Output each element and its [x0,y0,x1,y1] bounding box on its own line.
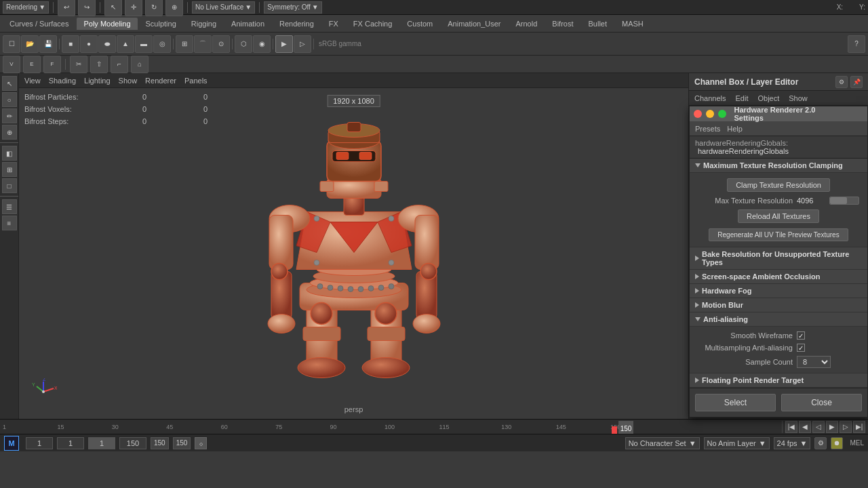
paint-btn[interactable]: ✏ [2,108,17,123]
smooth-btn[interactable]: ◉ [253,35,271,53]
hw-section-aa[interactable]: Anti-aliasing [690,312,867,327]
clamp-texture-btn[interactable]: Clamp Texture Resolution [727,178,830,192]
frame-field-3[interactable]: 1 [88,437,115,449]
face-mode-btn[interactable]: F [43,56,61,73]
select-tool[interactable]: ↖ [104,0,122,16]
snap-point-btn[interactable]: ⊙ [212,35,230,53]
snap-grid-btn[interactable]: ⊞ [176,35,193,53]
range-end-field[interactable]: 150 [119,437,146,449]
help-btn[interactable]: ? [848,35,865,53]
save-scene-btn[interactable]: 💾 [39,35,57,53]
sample-count-select[interactable]: 8 4 16 [797,356,831,368]
step-back-btn[interactable]: ◀ [799,421,811,433]
lasso-btn[interactable]: ○ [2,92,17,107]
hw-select-btn[interactable]: Select [695,394,776,411]
tab-mash[interactable]: MASH [615,18,650,30]
plane-btn[interactable]: ▬ [135,35,153,53]
hw-section-bake-res[interactable]: Bake Resolution for Unsupported Texture … [690,247,867,270]
tab-animation-user[interactable]: Animation_User [441,18,507,30]
tab-custom[interactable]: Custom [400,18,439,30]
hw-section-fp-render[interactable]: Floating Point Render Target [690,373,867,388]
select-mode-btn[interactable]: ↖ [2,76,17,91]
hw-section-motion-blur[interactable]: Motion Blur [690,298,867,312]
undo-btn[interactable]: ↩ [58,0,75,16]
frame-field-2[interactable]: 1 [57,437,84,449]
tab-curves-surfaces[interactable]: Curves / Surfaces [3,18,75,30]
timeline-numbers[interactable]: 1 15 30 45 60 75 90 100 115 130 145 150 … [3,420,782,434]
tab-poly-modeling[interactable]: Poly Modeling [77,18,137,30]
max-texture-res-slider[interactable] [829,197,859,205]
symmetry-menu[interactable]: Symmetry: Off ▼ [264,1,322,14]
tab-animation[interactable]: Animation [224,18,271,30]
play-fwd-btn[interactable]: ▶ [826,421,838,433]
bridge-btn[interactable]: ⌂ [131,56,149,73]
snap-view-btn[interactable]: ◧ [2,146,17,161]
viewport-menu-lighting[interactable]: Lighting [84,77,111,85]
viewport-menu-show[interactable]: Show [119,77,138,85]
cone-btn[interactable]: ▲ [117,35,134,53]
multisampling-aa-checkbox[interactable]: ✓ [797,344,805,352]
current-frame-field[interactable]: 1 [26,437,53,449]
step-fwd-btn[interactable]: ▷ [840,421,852,433]
cb-menu-channels[interactable]: Channels [692,93,728,104]
tab-bullet[interactable]: Bullet [581,18,614,30]
tab-bifrost[interactable]: Bifrost [545,18,580,30]
smooth-wireframe-checkbox[interactable]: ✓ [797,331,805,340]
viewport-menu-renderer[interactable]: Renderer [145,77,176,85]
goto-end-btn[interactable]: ▶| [853,421,865,433]
move-tool[interactable]: ✛ [125,0,142,16]
tab-rigging[interactable]: Rigging [184,18,223,30]
character-set-dropdown[interactable]: No Character Set ▼ [625,437,700,449]
quad-view-btn[interactable]: ⊞ [2,162,17,177]
outliner-btn[interactable]: ☰ [2,199,17,214]
goto-start-btn[interactable]: |◀ [785,421,797,433]
torus-btn[interactable]: ◎ [153,35,171,53]
transform-btn[interactable]: ⊕ [2,125,17,140]
snap-curve-btn[interactable]: ⌒ [194,35,212,53]
viewport-canvas[interactable]: Bifrost Particles: 0 0 Bifrost Voxels: 0… [19,88,688,419]
tab-sculpting[interactable]: Sculpting [139,18,183,30]
play-back-btn[interactable]: ◁ [812,421,825,433]
extrude-btn[interactable]: ⇧ [90,56,108,73]
single-view-btn[interactable]: □ [2,178,17,193]
cb-menu-show[interactable]: Show [786,93,810,104]
reload-textures-btn[interactable]: Reload All Textures [738,209,819,223]
attr-editor-btn[interactable]: ≡ [2,216,17,230]
cylinder-btn[interactable]: ⬬ [98,35,116,53]
regenerate-uv-btn[interactable]: Regenerate All UV Tile Preview Textures [709,228,848,241]
new-scene-btn[interactable]: ☐ [3,35,20,53]
channel-box-settings-btn[interactable]: ⚙ [835,76,848,88]
redo-btn[interactable]: ↪ [78,0,96,16]
hw-help-menu[interactable]: Help [727,125,743,133]
render-btn[interactable]: ▶ [275,35,293,53]
rotate-tool[interactable]: ↻ [145,0,163,16]
viewport-menu-view[interactable]: View [24,77,41,85]
tab-rendering[interactable]: Rendering [273,18,321,30]
ipr-btn[interactable]: ▷ [294,35,311,53]
cube-btn[interactable]: ■ [62,35,79,53]
open-scene-btn[interactable]: 📂 [21,35,39,53]
channel-box-pin-btn[interactable]: 📌 [850,76,863,88]
multi-cut-btn[interactable]: ✂ [70,56,87,73]
hw-close-btn[interactable]: Close [781,394,862,411]
hw-section-fog[interactable]: Hardware Fog [690,284,867,298]
edge-mode-btn[interactable]: E [23,56,41,73]
anim-layer-dropdown[interactable]: No Anim Layer ▼ [704,437,770,449]
wireframe-btn[interactable]: ⬡ [235,35,252,53]
viewport-menu-panels[interactable]: Panels [184,77,208,85]
frame-display-1[interactable]: 150 [151,437,169,449]
dialog-minimize-btn[interactable] [706,110,714,118]
record-btn[interactable]: ⏺ [831,437,843,449]
scale-tool[interactable]: ⊕ [165,0,183,16]
tab-arnold[interactable]: Arnold [509,18,545,30]
no-live-surface-menu[interactable]: No Live Surface ▼ [192,1,255,14]
tab-fx[interactable]: FX [322,18,345,30]
fps-dropdown[interactable]: 24 fps ▼ [774,437,811,449]
tab-fx-caching[interactable]: FX Caching [347,18,399,30]
cb-menu-edit[interactable]: Edit [732,93,751,104]
bevel-btn[interactable]: ⌐ [111,56,128,73]
prefs-btn[interactable]: ⚙ [814,437,827,449]
hw-section-texture-res[interactable]: Maximum Texture Resolution Clamping [690,159,867,173]
dialog-close-btn[interactable] [694,110,702,118]
hw-section-ssao[interactable]: Screen-space Ambient Occlusion [690,270,867,284]
